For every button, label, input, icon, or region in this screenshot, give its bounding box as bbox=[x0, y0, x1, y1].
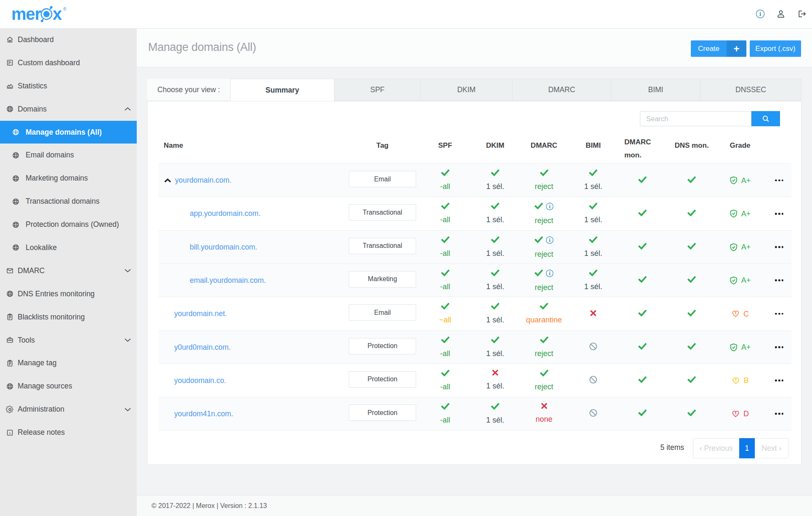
svg-text:i: i bbox=[549, 271, 551, 277]
svg-text:i: i bbox=[549, 204, 551, 210]
svg-text:i: i bbox=[549, 237, 551, 243]
svg-text:i: i bbox=[759, 11, 761, 17]
